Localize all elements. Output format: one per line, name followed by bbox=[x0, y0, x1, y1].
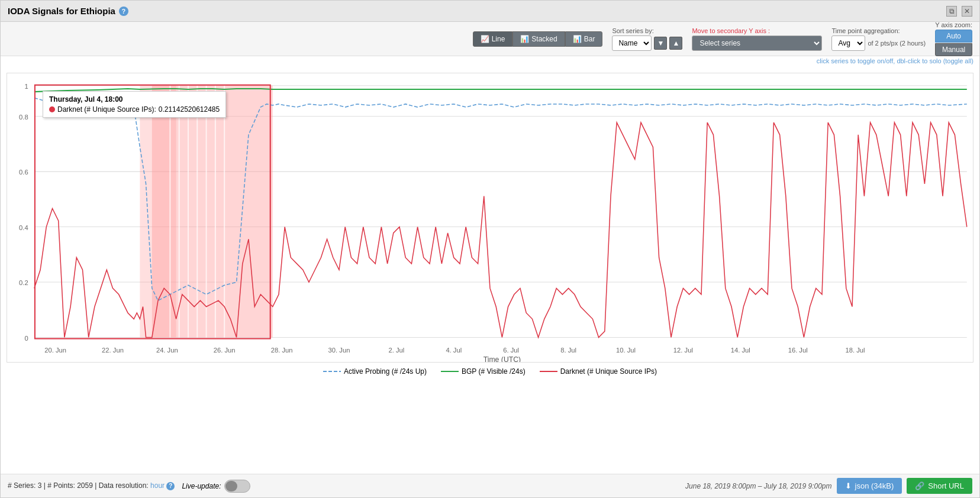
live-update-label: Live-update: bbox=[182, 482, 221, 490]
chart-container: Thursday, Jul 4, 18:00 Darknet (# Unique… bbox=[7, 73, 973, 363]
date-range: June 18, 2019 8:00pm – July 18, 2019 9:0… bbox=[685, 482, 832, 490]
svg-text:6. Jul: 6. Jul bbox=[503, 347, 519, 354]
svg-text:12. Jul: 12. Jul bbox=[673, 347, 693, 354]
legend-active-probing: Active Probing (# /24s Up) bbox=[323, 367, 427, 376]
svg-text:1: 1 bbox=[24, 83, 28, 90]
secondary-axis-label: Move to secondary Y axis : bbox=[692, 27, 822, 34]
help-icon[interactable]: ? bbox=[119, 7, 128, 16]
svg-text:0.4: 0.4 bbox=[19, 224, 28, 231]
legend-label-active-probing: Active Probing (# /24s Up) bbox=[344, 367, 427, 376]
bottom-left: # Series: 3 | # Points: 2059 | Data reso… bbox=[8, 480, 250, 493]
legend-darknet: Darknet (# Unique Source IPs) bbox=[540, 367, 657, 376]
main-window: IODA Signals for Ethiopia ? ⧉ ✕ 📈 Line 📊… bbox=[0, 0, 980, 498]
json-download-button[interactable]: ⬇ json (34kB) bbox=[837, 478, 902, 494]
stacked-icon: 📊 bbox=[520, 35, 529, 43]
toggle-hint: click series to toggle on/off, dbl-click… bbox=[1, 56, 979, 66]
maximize-button[interactable]: ⧉ bbox=[946, 6, 957, 17]
chart-type-group: 📈 Line 📊 Stacked 📊 Bar bbox=[473, 31, 603, 47]
title-bar-right: ⧉ ✕ bbox=[946, 6, 972, 17]
secondary-axis-select[interactable]: Select series bbox=[692, 35, 822, 51]
short-url-button[interactable]: 🔗 Short URL bbox=[907, 478, 972, 494]
tooltip-number: 0.21142520612485 bbox=[159, 105, 220, 114]
aggregation-controls: Avg Min Max of 2 pts/px (2 hours) bbox=[831, 35, 926, 51]
svg-text:14. Jul: 14. Jul bbox=[731, 347, 750, 354]
line-icon: 📈 bbox=[481, 35, 489, 43]
live-update-group: Live-update: bbox=[182, 480, 250, 493]
chart-tooltip: Thursday, Jul 4, 18:00 Darknet (# Unique… bbox=[43, 91, 226, 118]
svg-text:30. Jun: 30. Jun bbox=[328, 347, 350, 354]
svg-text:0: 0 bbox=[24, 335, 28, 342]
svg-text:26. Jun: 26. Jun bbox=[214, 347, 236, 354]
sort-series-group: Sort series by: Name Value ▼ ▲ bbox=[612, 27, 682, 51]
toggle-hint-text: click series to toggle on/off, dbl-click… bbox=[817, 57, 973, 64]
aggregation-group: Time point aggregation: Avg Min Max of 2… bbox=[831, 27, 926, 51]
tooltip-dot bbox=[49, 106, 55, 112]
sort-controls: Name Value ▼ ▲ bbox=[612, 35, 682, 51]
svg-text:4. Jul: 4. Jul bbox=[446, 347, 462, 354]
legend-label-darknet: Darknet (# Unique Source IPs) bbox=[560, 367, 657, 376]
svg-text:0.8: 0.8 bbox=[19, 114, 28, 121]
legend-label-bgp: BGP (# Visible /24s) bbox=[462, 367, 526, 376]
svg-text:0.2: 0.2 bbox=[19, 279, 28, 286]
legend-line-bgp bbox=[441, 368, 459, 374]
title-bar: IODA Signals for Ethiopia ? ⧉ ✕ bbox=[1, 1, 979, 22]
legend-bgp: BGP (# Visible /24s) bbox=[441, 367, 526, 376]
aggregation-select[interactable]: Avg Min Max bbox=[831, 35, 865, 51]
stats-text: # Series: 3 | # Points: 2059 | Data reso… bbox=[8, 481, 175, 490]
svg-text:22. Jun: 22. Jun bbox=[102, 347, 124, 354]
resolution-link[interactable]: hour bbox=[150, 481, 165, 490]
svg-text:8. Jul: 8. Jul bbox=[560, 347, 576, 354]
window-title: IODA Signals for Ethiopia bbox=[8, 6, 115, 16]
y-zoom-group: Y axis zoom: Auto Manual bbox=[935, 21, 972, 56]
svg-text:2. Jul: 2. Jul bbox=[388, 347, 404, 354]
bottom-right: June 18, 2019 8:00pm – July 18, 2019 9:0… bbox=[685, 478, 972, 494]
aggregation-info: of 2 pts/px (2 hours) bbox=[868, 40, 926, 47]
sort-select[interactable]: Name Value bbox=[612, 35, 652, 51]
secondary-axis-group: Move to secondary Y axis : Select series bbox=[692, 27, 822, 51]
sort-up-button[interactable]: ▲ bbox=[669, 37, 682, 50]
bar-icon: 📊 bbox=[573, 35, 582, 43]
manual-zoom-button[interactable]: Manual bbox=[935, 43, 972, 56]
svg-text:20. Jun: 20. Jun bbox=[44, 347, 66, 354]
y-zoom-label: Y axis zoom: bbox=[935, 21, 972, 28]
toggle-knob bbox=[225, 481, 237, 491]
title-bar-left: IODA Signals for Ethiopia ? bbox=[8, 6, 128, 16]
bottom-bar: # Series: 3 | # Points: 2059 | Data reso… bbox=[1, 474, 979, 497]
toolbar: 📈 Line 📊 Stacked 📊 Bar Sort series by: N… bbox=[1, 22, 979, 56]
svg-text:24. Jun: 24. Jun bbox=[156, 347, 178, 354]
svg-text:16. Jul: 16. Jul bbox=[788, 347, 808, 354]
line-chart-button[interactable]: 📈 Line bbox=[473, 31, 513, 47]
link-icon: 🔗 bbox=[915, 481, 924, 490]
svg-text:18. Jul: 18. Jul bbox=[846, 347, 865, 354]
svg-text:0.6: 0.6 bbox=[19, 169, 28, 176]
legend-line-darknet bbox=[540, 368, 557, 374]
stacked-chart-button[interactable]: 📊 Stacked bbox=[512, 31, 565, 47]
aggregation-label: Time point aggregation: bbox=[831, 27, 926, 34]
svg-text:10. Jul: 10. Jul bbox=[616, 347, 636, 354]
close-button[interactable]: ✕ bbox=[962, 6, 972, 17]
help-stats-icon[interactable]: ? bbox=[166, 482, 175, 490]
svg-text:Time (UTC): Time (UTC) bbox=[483, 355, 521, 362]
chart-legend: Active Probing (# /24s Up) BGP (# Visibl… bbox=[7, 363, 973, 380]
sort-label: Sort series by: bbox=[612, 27, 682, 34]
download-icon: ⬇ bbox=[845, 481, 852, 490]
live-update-toggle[interactable] bbox=[224, 480, 250, 493]
y-zoom-controls: Auto Manual bbox=[935, 30, 972, 56]
tooltip-series: Darknet (# Unique Source IPs): bbox=[57, 105, 156, 114]
sort-down-button[interactable]: ▼ bbox=[654, 37, 667, 50]
svg-text:28. Jun: 28. Jun bbox=[271, 347, 293, 354]
auto-zoom-button[interactable]: Auto bbox=[935, 30, 972, 43]
tooltip-value: Darknet (# Unique Source IPs): 0.2114252… bbox=[49, 105, 220, 114]
legend-line-active-probing bbox=[323, 368, 341, 374]
chart-area: Thursday, Jul 4, 18:00 Darknet (# Unique… bbox=[1, 66, 979, 474]
bar-chart-button[interactable]: 📊 Bar bbox=[565, 31, 603, 47]
tooltip-date: Thursday, Jul 4, 18:00 bbox=[49, 95, 220, 104]
